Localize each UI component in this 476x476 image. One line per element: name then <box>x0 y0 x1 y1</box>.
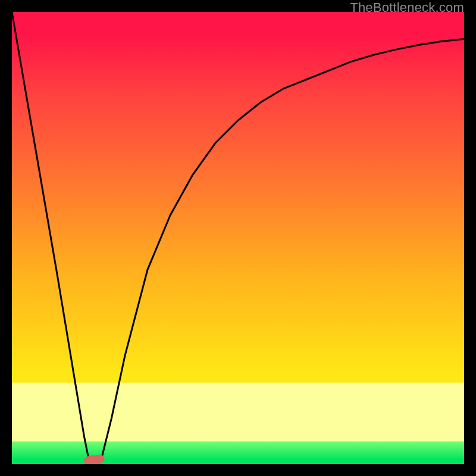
min-marker <box>84 455 105 464</box>
chart-root: TheBottleneck.com <box>0 0 476 476</box>
bottleneck-curve <box>12 12 464 464</box>
svg-point-0 <box>84 455 103 464</box>
plot-area <box>12 12 464 464</box>
svg-point-1 <box>94 455 105 463</box>
curve-layer <box>12 12 464 464</box>
watermark-text: TheBottleneck.com <box>350 0 464 15</box>
